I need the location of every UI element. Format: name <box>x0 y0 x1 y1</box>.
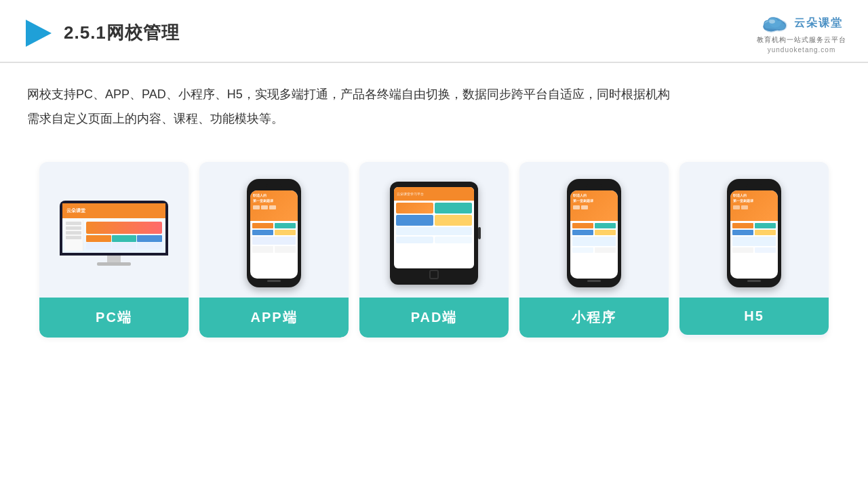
app-image-area: 职适人的 第一堂刷题课 <box>199 162 349 298</box>
miniprogram-image-area: 职适人的 第一堂刷题课 <box>519 162 669 298</box>
h5-image-area: 职适人的 第一堂刷题课 <box>679 162 829 298</box>
pad-label: PAD端 <box>359 298 509 338</box>
description-line1: 网校支持PC、APP、PAD、小程序、H5，实现多端打通，产品各终端自由切换，数… <box>27 82 719 106</box>
app-card: 职适人的 第一堂刷题课 <box>199 162 349 338</box>
miniprogram-label: 小程序 <box>519 298 669 338</box>
h5-label: H5 <box>679 298 829 335</box>
page-title: 2.5.1网校管理 <box>64 21 180 45</box>
description: 网校支持PC、APP、PAD、小程序、H5，实现多端打通，产品各终端自由切换，数… <box>0 63 746 131</box>
header-left: 2.5.1网校管理 <box>22 17 180 49</box>
app-phone: 职适人的 第一堂刷题课 <box>247 179 301 287</box>
pad-tablet: 云朵课堂学习平台 <box>390 182 478 285</box>
svg-point-7 <box>769 20 775 24</box>
description-line2: 需求自定义页面上的内容、课程、功能模块等。 <box>27 106 719 131</box>
logo-domain: yunduoketang.com <box>768 46 836 54</box>
pad-image-area: 云朵课堂学习平台 <box>359 162 509 298</box>
app-label: APP端 <box>199 298 349 338</box>
pc-card: 云朵课堂 <box>39 162 189 338</box>
svg-marker-0 <box>26 20 52 47</box>
cards-section: 云朵课堂 <box>0 138 868 338</box>
h5-phone: 职适人的 第一堂刷题课 <box>727 179 781 287</box>
logo-sub: 教育机构一站式服务云平台 <box>757 35 846 45</box>
logo-img: 云朵课堂 <box>760 12 843 34</box>
header: 2.5.1网校管理 云朵课堂 教育机构一站式服务云平台 yu <box>0 0 868 63</box>
h5-card: 职适人的 第一堂刷题课 <box>679 162 829 338</box>
logo-area: 云朵课堂 教育机构一站式服务云平台 yunduoketang.com <box>757 12 846 54</box>
logo-text: 云朵课堂 <box>794 16 843 30</box>
pad-card: 云朵课堂学习平台 <box>359 162 509 338</box>
cloud-icon <box>760 12 790 34</box>
pc-monitor: 云朵课堂 <box>56 201 172 266</box>
play-icon <box>22 17 54 49</box>
pc-label: PC端 <box>39 298 189 338</box>
pc-image-area: 云朵课堂 <box>39 162 189 298</box>
miniprogram-card: 职适人的 第一堂刷题课 <box>519 162 669 338</box>
miniprogram-phone: 职适人的 第一堂刷题课 <box>567 179 621 287</box>
